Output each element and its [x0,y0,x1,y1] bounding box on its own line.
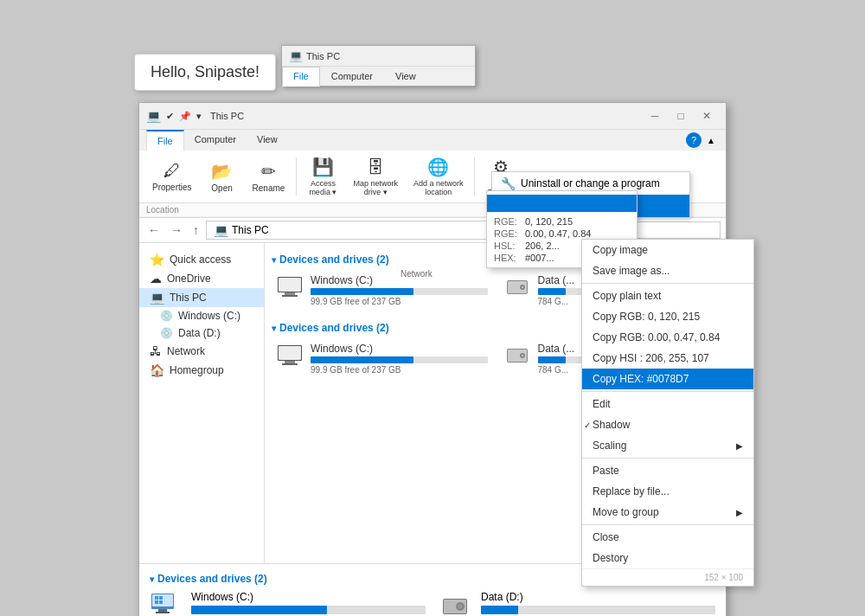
cm-move-group-label: Move to group [593,506,659,518]
bottom-drive-d[interactable]: Data (D:) 784 GB free of 931 GB [439,590,715,616]
drive-c-info-1: Windows (C:) 99.9 GB free of 237 GB [311,274,488,306]
cm-sep-3 [582,458,753,459]
cm-copy-plain[interactable]: Copy plain text [582,286,753,306]
address-pc-icon: 💻 [214,223,228,237]
shadow-tab-computer[interactable]: Computer [320,67,384,86]
cm-destroy[interactable]: Destory [582,548,753,568]
computer-icon: 💻 [150,291,164,305]
sidebar-item-thispc[interactable]: 💻 This PC [139,288,264,307]
sidebar-item-windows-c[interactable]: 💿 Windows (C:) [139,307,264,324]
sidebar-item-homegroup[interactable]: 🏠 Homegroup [139,361,264,380]
help-icon[interactable]: ? [686,132,702,148]
cm-close-label: Close [593,531,619,543]
sidebar-network-label: Network [167,345,205,357]
rename-icon: ✏ [261,161,276,182]
sidebar-item-onedrive[interactable]: ☁ OneDrive [139,269,264,288]
drive-c-icon-1 [276,273,304,307]
title-text: This PC [210,111,244,121]
svg-rect-23 [156,612,170,613]
ribbon-tab-view[interactable]: View [247,130,288,151]
collapse-ribbon-icon[interactable]: ▲ [707,136,715,145]
bottom-drive-c[interactable]: Windows (C:) 99.9 GB free of 237 GB [150,590,426,616]
up-button[interactable]: ↑ [189,221,202,239]
properties-button[interactable]: 🖊 Properties [146,158,198,195]
minimize-button[interactable]: ─ [643,107,667,125]
add-network-location-button[interactable]: 🌐 Add a networklocation [407,154,470,199]
cm-copy-image[interactable]: Copy image [582,240,753,260]
cm-save-image-label: Save image as... [593,265,670,277]
cm-edit[interactable]: Edit [582,394,753,414]
bottom-drive-d-bar [481,606,518,614]
ribbon-group-label: Network [400,269,432,279]
drive-item-c-1[interactable]: Windows (C:) 99.9 GB free of 237 GB [272,269,492,311]
cm-scaling[interactable]: Scaling ▶ [582,435,753,456]
bottom-drive-c-bar [191,606,327,614]
forward-button[interactable]: → [167,221,186,239]
cm-copy-hex-label: Copy HEX: #0078D7 [593,373,689,385]
address-text: This PC [232,224,269,236]
cm-copy-hsi[interactable]: Copy HSI : 206, 255, 107 [582,348,753,369]
hsl-val: 206, 2... [525,241,560,251]
cm-scaling-arrow: ▶ [736,441,743,451]
hsl-label: HSL: [494,241,522,251]
sidebar-homegroup-label: Homegroup [170,364,224,376]
titlebar-left: 💻 ✔ 📌 ▾ This PC [146,109,244,123]
rge-label-1: RGE: [494,216,522,227]
properties-icon: 🖊 [163,161,181,181]
sidebar-thispc-label: This PC [170,292,207,304]
dropdown-icon: ▾ [196,111,202,122]
section-toggle-1[interactable]: ▾ [272,255,276,265]
cm-shadow[interactable]: Shadow [582,414,753,435]
ribbon-tab-file[interactable]: File [146,130,184,151]
cm-copy-rgb-2[interactable]: Copy RGB: 0.00, 0.47, 0.84 [582,327,753,348]
open-label: Open [211,183,232,193]
maximize-button[interactable]: □ [669,107,693,125]
cm-close[interactable]: Close [582,527,753,548]
cm-paste[interactable]: Paste [582,460,753,481]
cm-move-group[interactable]: Move to group ▶ [582,502,753,523]
cm-save-image[interactable]: Save image as... [582,260,753,281]
shadow-tab-file[interactable]: File [282,67,320,87]
shadow-title: This PC [306,51,340,61]
rge-val-2: 0.00, 0.47, 0.84 [525,228,591,239]
drive-c-bar-2 [311,356,413,363]
map-network-drive-icon: 🗄 [367,157,384,177]
drive-c-size-1: 99.9 GB free of 237 GB [311,297,488,306]
sidebar-item-data-d[interactable]: 💿 Data (D:) [139,324,264,342]
drive-item-c-2[interactable]: Windows (C:) 99.9 GB free of 237 GB [272,337,492,380]
cm-footer: 152 × 100 [582,568,753,586]
shadow-tab-view[interactable]: View [384,67,427,86]
svg-rect-9 [279,346,301,360]
sidebar-item-network[interactable]: 🖧 Network [139,342,264,361]
bottom-drive-d-icon [439,590,474,616]
star-icon: ⭐ [150,253,164,266]
open-button[interactable]: 📂 Open [202,158,243,196]
cm-sep-2 [582,391,753,392]
snipaste-tooltip: Hello, Snipaste! [134,54,276,91]
access-media-button[interactable]: 💾 Accessmedia ▾ [302,154,343,199]
bottom-drive-c-info: Windows (C:) 99.9 GB free of 237 GB [191,591,426,617]
bottom-section-toggle[interactable]: ▾ [150,574,154,584]
sidebar-windows-c-label: Windows (C:) [178,310,240,322]
shadow-pc-icon: 💻 [289,49,303,62]
svg-rect-2 [285,292,295,295]
svg-rect-11 [282,363,298,365]
cm-copy-rgb-1[interactable]: Copy RGB: 0, 120, 215 [582,306,753,327]
rename-button[interactable]: ✏ Rename [247,158,292,196]
cm-shadow-label: Shadow [593,419,630,431]
close-button[interactable]: ✕ [695,107,719,125]
cm-copy-hex[interactable]: Copy HEX: #0078D7 [582,369,753,389]
hex-label: HEX: [494,253,522,263]
cm-replace[interactable]: Replace by file... [582,481,753,502]
drive-c-bar-container-1 [311,288,488,295]
quick-access-icon: ✔ [166,111,174,122]
ribbon-tab-computer[interactable]: Computer [184,130,247,151]
rge-label-2: RGE: [494,228,522,239]
map-network-drive-button[interactable]: 🗄 Map networkdrive ▾ [347,155,404,199]
svg-point-28 [459,606,461,607]
drive-d-icon-1 [503,273,531,307]
back-button[interactable]: ← [144,221,163,239]
section-toggle-2[interactable]: ▾ [272,324,276,333]
sidebar-item-quickaccess[interactable]: ⭐ Quick access [139,250,264,269]
ribbon-separator-1 [296,157,297,196]
